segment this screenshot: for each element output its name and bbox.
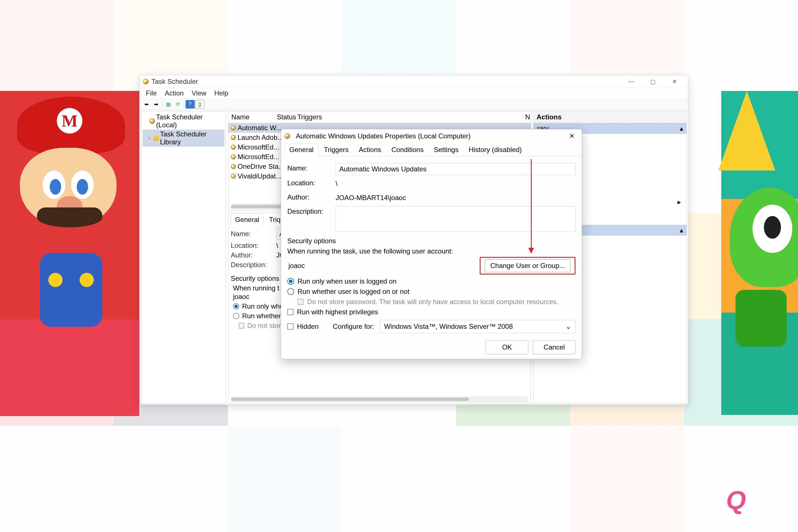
menu-action[interactable]: Action [162, 88, 187, 98]
back-button[interactable]: ⬅ [142, 100, 151, 109]
col-triggers[interactable]: Triggers [294, 111, 522, 123]
detail-tab-general[interactable]: General [231, 214, 263, 226]
tab-history[interactable]: History (disabled) [464, 143, 527, 156]
tab-triggers[interactable]: Triggers [319, 143, 353, 156]
scroll-thumb[interactable] [231, 398, 469, 401]
cancel-button[interactable]: Cancel [533, 340, 575, 354]
mario-m-emblem: M [57, 108, 82, 134]
help-button[interactable]: ? [186, 100, 195, 109]
tree-root-node[interactable]: Task Scheduler (Local) [142, 113, 225, 130]
label-name: Name: [231, 230, 270, 238]
location-value-bg: \ [276, 242, 278, 249]
label-location: Location: [231, 242, 270, 249]
highlight-annotation: Change User or Group... [480, 257, 575, 274]
tab-settings[interactable]: Settings [429, 143, 463, 156]
dialog-titlebar[interactable]: Automatic Windows Updates Properties (Lo… [281, 129, 582, 143]
close-button[interactable]: ✕ [664, 75, 685, 88]
dlg-label-author: Author: [287, 192, 330, 201]
refresh-button[interactable]: ⟳ [173, 100, 183, 109]
check-label: Do not store password. The task will onl… [307, 298, 558, 306]
col-next[interactable]: N [522, 111, 531, 123]
expand-icon[interactable]: › [148, 135, 153, 141]
check-label: Hidden [297, 323, 319, 330]
col-status[interactable]: Status [274, 111, 294, 123]
tree-library-node[interactable]: › Task Scheduler Library [142, 130, 225, 147]
collapse-icon[interactable]: ▴ [680, 226, 683, 234]
checkbox-hidden[interactable] [287, 323, 293, 330]
label-description: Description: [231, 261, 270, 269]
author-value: JOAO-MBART14\joaoc [336, 192, 406, 204]
user-account-value: joaoc [287, 260, 476, 271]
menu-help[interactable]: Help [211, 88, 232, 98]
select-value: Windows Vista™, Windows Server™ 2008 [384, 323, 513, 330]
radio-run-logged-on-bg[interactable] [233, 303, 239, 309]
label-author: Author: [231, 251, 270, 259]
forward-button[interactable]: ➡ [151, 100, 160, 109]
actions-header: Actions [534, 111, 687, 123]
task-icon [231, 174, 236, 179]
location-value: \ [336, 178, 338, 189]
window-title: Task Scheduler [151, 78, 198, 86]
tree-library-label: Task Scheduler Library [160, 130, 223, 146]
task-icon [231, 135, 236, 140]
hscrollbar[interactable] [231, 397, 529, 402]
checkbox-highest-privileges[interactable] [287, 309, 293, 315]
titlebar[interactable]: Task Scheduler — ▢ ✕ [140, 75, 688, 88]
col-name[interactable]: Name [228, 111, 274, 123]
task-icon [231, 154, 236, 159]
menu-view[interactable]: View [188, 88, 210, 98]
tree-panel: Task Scheduler (Local) › Task Scheduler … [141, 111, 226, 403]
app-icon [143, 79, 149, 84]
folder-icon [154, 135, 159, 141]
toolbar-panel-icon[interactable]: ▯ [195, 100, 204, 109]
radio-run-logged-on[interactable] [287, 278, 294, 285]
radio-run-whether[interactable] [287, 288, 294, 295]
scheduler-icon [150, 118, 155, 124]
name-input[interactable] [336, 163, 575, 175]
annotation-arrow [531, 159, 532, 253]
tab-general[interactable]: General [284, 143, 318, 156]
dlg-label-location: Location: [287, 178, 330, 187]
radio-label: Run only when user is logged on [298, 278, 396, 285]
chevron-right-icon: ▸ [678, 198, 681, 206]
dialog-close-button[interactable]: ✕ [565, 130, 578, 142]
toolbar: ⬅ ➡ ▦ ⟳ ? ▯ [140, 99, 688, 110]
maximize-button[interactable]: ▢ [642, 75, 664, 88]
menubar: File Action View Help [140, 88, 688, 99]
dialog-tabs: General Triggers Actions Conditions Sett… [281, 143, 582, 156]
dialog-title: Automatic Windows Updates Properties (Lo… [296, 132, 471, 140]
tab-actions[interactable]: Actions [354, 143, 386, 156]
tree-root-label: Task Scheduler (Local) [156, 113, 223, 129]
ok-button[interactable]: OK [486, 340, 528, 354]
radio-run-whether-bg[interactable] [233, 313, 239, 319]
dialog-icon [284, 133, 290, 139]
dlg-label-name: Name: [287, 163, 330, 172]
menu-file[interactable]: File [142, 88, 160, 98]
properties-dialog: Automatic Windows Updates Properties (Lo… [281, 129, 582, 359]
chevron-down-icon: ⌄ [566, 323, 571, 330]
configure-for-select[interactable]: Windows Vista™, Windows Server™ 2008 ⌄ [380, 320, 575, 333]
dlg-label-description: Description: [287, 206, 330, 215]
configure-for-label: Configure for: [333, 323, 374, 330]
radio-label: Run whether user is logged on or not [298, 288, 410, 296]
xda-watermark: Q XDA [726, 486, 790, 515]
task-icon [231, 125, 236, 130]
change-user-button[interactable]: Change User or Group... [485, 259, 570, 272]
checkbox-no-password [298, 299, 304, 305]
collapse-icon[interactable]: ▴ [680, 125, 683, 132]
security-options-heading: Security options [287, 237, 575, 245]
checkbox-no-password-bg [239, 323, 244, 328]
description-textarea[interactable] [336, 206, 575, 232]
list-header: Name Status Triggers N [228, 111, 531, 123]
task-icon [231, 145, 236, 150]
minimize-button[interactable]: — [620, 75, 642, 88]
toolbar-action-icon[interactable]: ▦ [164, 100, 173, 109]
tab-conditions[interactable]: Conditions [386, 143, 428, 156]
check-label: Run with highest privileges [297, 308, 378, 316]
task-icon [231, 164, 236, 169]
